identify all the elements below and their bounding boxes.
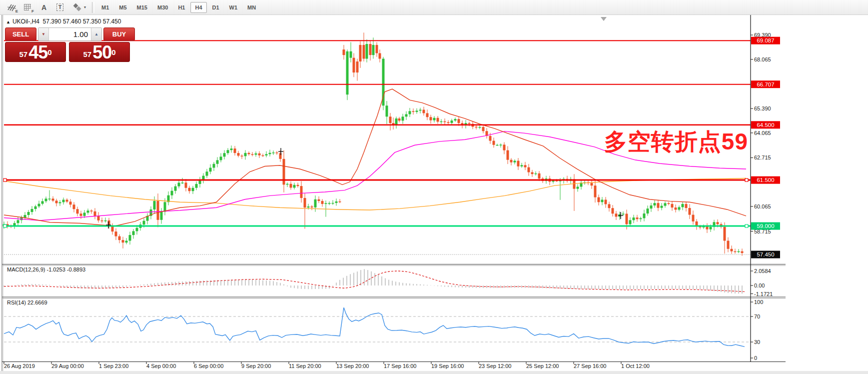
sell-button[interactable]: SELL — [5, 28, 36, 41]
candle-body — [475, 126, 478, 128]
candle-body — [657, 203, 660, 208]
candle-body — [675, 208, 677, 210]
candle-body — [601, 200, 604, 202]
buy-price-panel[interactable]: 57 50 0 — [69, 42, 130, 62]
candle-body — [717, 222, 719, 224]
collapse-chart-arrow-icon[interactable]: ▲ — [6, 20, 10, 24]
candle-body — [115, 232, 117, 236]
candle-body — [444, 122, 446, 122]
buy-price-integer: 57 — [83, 49, 91, 60]
text-box-tool-icon[interactable]: T — [53, 1, 67, 14]
candle-body — [615, 214, 618, 216]
icon-sub-letter: F — [31, 9, 34, 14]
candle-body — [321, 201, 324, 204]
volume-increase-button[interactable]: ▲ — [91, 28, 101, 40]
candle-body — [591, 183, 593, 186]
candle-body — [405, 114, 408, 116]
symbol-period-label: UKOil-,H4 — [12, 18, 39, 25]
icon-sub-letter: E — [15, 9, 18, 14]
price-level-badge-text: 64.500 — [757, 122, 774, 128]
timeframe-button-m15[interactable]: M15 — [132, 2, 152, 13]
candle-body — [237, 153, 240, 156]
window-bottom-strip — [0, 371, 868, 374]
sell-price-panel[interactable]: 57 45 0 — [5, 42, 66, 62]
candle-body — [524, 165, 527, 167]
candle-body — [234, 148, 236, 153]
candle-body — [255, 154, 257, 155]
macd-scale-label: 2.0584 — [754, 268, 771, 274]
line-selection-handle[interactable] — [745, 178, 748, 182]
candle-body — [692, 215, 695, 222]
expert-advisor-icon[interactable]: E — [5, 1, 19, 14]
volume-input[interactable] — [49, 28, 91, 40]
candle-body — [157, 201, 159, 220]
candle-body — [440, 122, 443, 122]
chart-text-annotation[interactable]: 多空转折点59 — [604, 129, 748, 154]
candle-body — [678, 207, 681, 210]
candle-body — [59, 202, 61, 203]
one-click-trading-widget: SELL ▼ ▲ BUY 57 45 0 57 50 0 — [5, 28, 135, 62]
candle-body — [535, 174, 537, 174]
candle-body — [31, 209, 33, 212]
timeframe-button-m5[interactable]: M5 — [114, 2, 131, 13]
candle-body — [307, 206, 310, 208]
candle-body — [265, 154, 268, 156]
macd-scale-label: -1.1721 — [754, 291, 773, 297]
timeframe-button-h1[interactable]: H1 — [173, 2, 189, 13]
timeframe-button-m30[interactable]: M30 — [153, 2, 172, 13]
candle-body — [419, 110, 422, 110]
toolbar-grip — [92, 2, 94, 13]
timeframe-button-w1[interactable]: W1 — [225, 2, 242, 13]
line-selection-handle[interactable] — [745, 224, 748, 228]
candle-body — [328, 203, 331, 204]
candle-body — [577, 186, 579, 188]
candle-body — [241, 156, 243, 156]
candle-body — [339, 202, 341, 202]
candle-body — [34, 206, 37, 209]
timeframe-button-m1[interactable]: M1 — [97, 2, 113, 13]
time-axis-label: 9 Sep 20:00 — [241, 363, 271, 369]
candle-body — [398, 118, 401, 120]
grid-icon[interactable]: F — [21, 1, 35, 14]
buy-button[interactable]: BUY — [103, 28, 135, 41]
candle-body — [538, 174, 541, 178]
candle-body — [101, 220, 103, 222]
candle-body — [496, 145, 499, 146]
candle-body — [389, 116, 392, 123]
candle-body — [48, 198, 51, 200]
trade-buttons-row: SELL ▼ ▲ BUY — [5, 28, 135, 41]
macd-indicator-label: MACD(12,26,9) -1.0253 -0.8893 — [7, 266, 85, 272]
candle-body — [143, 221, 145, 225]
candle-body — [314, 200, 317, 208]
line-selection-handle[interactable] — [3, 178, 6, 182]
candle-body — [223, 153, 226, 156]
rsi-scale-label: 100 — [754, 299, 763, 305]
candle-body — [24, 215, 26, 218]
text-label-icon[interactable]: A — [37, 1, 51, 14]
candle-body — [343, 50, 345, 55]
objects-arrange-icon[interactable]: ▾ — [69, 1, 89, 14]
candle-body — [87, 210, 89, 212]
candle-body — [69, 202, 72, 204]
candle-body — [297, 185, 299, 186]
candle-body — [458, 119, 460, 123]
candle-body — [650, 206, 653, 208]
volume-decrease-button[interactable]: ▼ — [38, 28, 49, 40]
candle-body — [192, 188, 194, 191]
timeframe-button-d1[interactable]: D1 — [208, 2, 224, 13]
candle-body — [111, 226, 114, 232]
time-axis-label: 13 Sep 20:00 — [336, 363, 369, 369]
candle-body — [598, 198, 600, 202]
rsi-scale-label: 0 — [754, 355, 757, 361]
candle-body — [122, 240, 124, 242]
candle-body — [689, 208, 691, 215]
line-selection-handle[interactable] — [3, 224, 6, 228]
candle-body — [136, 228, 138, 232]
candle-body — [195, 184, 198, 188]
timeframe-button-h4[interactable]: H4 — [190, 2, 206, 13]
candle-body — [76, 209, 79, 214]
time-axis-label: 1 Oct 12:00 — [621, 363, 650, 369]
macd-scale-label: 0.00 — [754, 282, 765, 288]
timeframe-button-mn[interactable]: MN — [243, 2, 260, 13]
candle-body — [661, 206, 663, 208]
